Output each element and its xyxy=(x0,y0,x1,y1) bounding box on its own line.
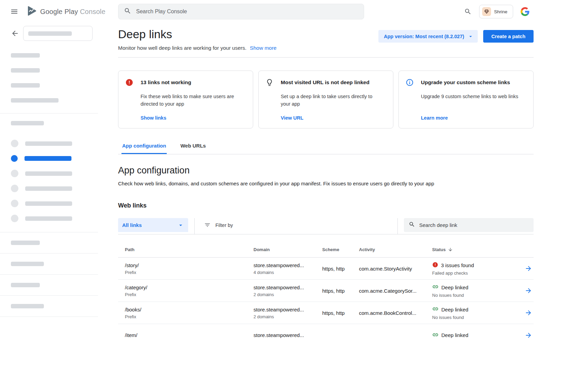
skeleton-bar xyxy=(24,156,71,161)
domain-value: store.steampowered... xyxy=(254,285,322,290)
menu-icon[interactable] xyxy=(10,7,19,16)
table-row[interactable]: /books/ Prefix store.steampowered... 2 d… xyxy=(118,302,534,324)
sidebar-nav-item[interactable] xyxy=(11,211,98,226)
skeleton-bar xyxy=(25,141,72,146)
create-patch-button[interactable]: Create a patch xyxy=(483,30,534,43)
deep-link-search[interactable] xyxy=(404,218,534,232)
column-header-activity[interactable]: Activity xyxy=(359,247,432,252)
status-label: Deep linked xyxy=(441,332,468,338)
global-search[interactable] xyxy=(118,4,364,19)
web-links-table: Path Domain Scheme Activity Status /stor… xyxy=(118,234,534,346)
column-header-scheme[interactable]: Scheme xyxy=(322,247,359,252)
sidebar-skeleton-group xyxy=(0,121,98,125)
skeleton-bar xyxy=(25,186,72,191)
row-detail-arrow-icon[interactable] xyxy=(525,287,532,294)
tab-web-urls[interactable]: Web URLs xyxy=(180,143,207,154)
card-title: Most visited URL is not deep linked xyxy=(281,78,370,86)
error-icon xyxy=(432,262,438,269)
column-header-path[interactable]: Path xyxy=(125,247,254,252)
show-links-link[interactable]: Show links xyxy=(141,115,166,121)
table-row[interactable]: /category/ Prefix store.steampowered... … xyxy=(118,280,534,302)
status-detail: No issues found xyxy=(432,315,519,320)
table-row[interactable]: /item/ store.steampowered... Deep linked xyxy=(118,324,534,346)
scheme-value: https, http xyxy=(322,310,359,316)
topbar-right: Shrine xyxy=(464,5,529,18)
back-arrow-icon[interactable] xyxy=(11,29,19,37)
google-logo[interactable] xyxy=(521,7,529,16)
table-row[interactable]: /story/ Prefix store.steampowered... 4 d… xyxy=(118,258,534,280)
app-version-dropdown[interactable]: App version: Most recent (8.2.027) xyxy=(378,30,478,43)
card-title: 13 links not working xyxy=(141,78,191,86)
path-type: Prefix xyxy=(125,292,254,297)
filter-by-button[interactable]: Filter by xyxy=(195,218,233,232)
web-links-heading: Web links xyxy=(118,202,534,209)
nav-item-icon-placeholder xyxy=(11,200,18,207)
deep-link-search-input[interactable] xyxy=(419,222,529,228)
filter-icon xyxy=(204,222,211,228)
links-filter-select[interactable]: All links xyxy=(118,218,188,232)
section-title: App configuration xyxy=(118,165,534,176)
skeleton-bar xyxy=(11,83,40,88)
nav-item-icon-placeholder xyxy=(11,155,18,162)
activity-value: com.acme.CategorySor... xyxy=(359,288,432,294)
logo-text: Google Play Console xyxy=(40,8,105,16)
link-icon xyxy=(432,332,439,339)
learn-more-link[interactable]: Learn more xyxy=(421,115,448,121)
sidebar-section-skeleton xyxy=(0,253,98,274)
secondary-search-icon[interactable] xyxy=(464,8,472,15)
nav-item-icon-placeholder xyxy=(11,140,18,147)
column-header-status[interactable]: Status xyxy=(432,247,519,252)
sidebar-nav-item[interactable] xyxy=(11,166,98,181)
row-detail-arrow-icon[interactable] xyxy=(525,332,532,339)
activity-value: com.acme.BookControl... xyxy=(359,310,432,316)
sidebar-section-skeleton xyxy=(0,232,98,253)
activity-value: com.acme.StoryActivity xyxy=(359,266,432,272)
status-label: 3 issues found xyxy=(441,262,474,268)
global-search-input[interactable] xyxy=(136,9,358,15)
skeleton-bar xyxy=(25,201,72,206)
row-detail-arrow-icon[interactable] xyxy=(525,309,532,317)
app-version-label: App version: Most recent (8.2.027) xyxy=(384,34,464,39)
sidebar-section-skeleton xyxy=(0,274,98,295)
logo-suffix: Console xyxy=(80,8,105,15)
column-header-domain[interactable]: Domain xyxy=(254,247,322,252)
path-value: /item/ xyxy=(125,332,254,338)
page-subtitle: Monitor how well deep links are working … xyxy=(118,45,246,51)
sidebar-nav-list xyxy=(0,136,98,226)
view-url-link[interactable]: View URL xyxy=(281,115,304,121)
status-label: Deep linked xyxy=(441,307,468,312)
toolbar-divider xyxy=(397,218,398,234)
links-filter-label: All links xyxy=(122,222,142,228)
tab-app-configuration[interactable]: App configuration xyxy=(121,143,167,154)
sidebar-nav-item[interactable] xyxy=(11,136,98,151)
path-value: /category/ xyxy=(125,285,254,290)
link-icon xyxy=(432,283,439,291)
path-type: Prefix xyxy=(125,270,254,275)
app-switcher-chip[interactable]: Shrine xyxy=(479,5,513,18)
shrine-app-icon xyxy=(482,7,491,16)
skeleton-bar xyxy=(25,216,72,221)
domain-value: store.steampowered... xyxy=(254,307,322,312)
domain-count: 4 domains xyxy=(254,270,322,275)
play-console-logo: Google Play Console xyxy=(26,5,105,18)
tab-bar: App configuration Web URLs xyxy=(118,143,534,154)
sidebar-nav-item[interactable] xyxy=(11,181,98,196)
status-detail: Failed app checks xyxy=(432,271,519,276)
show-more-link[interactable]: Show more xyxy=(250,45,276,51)
search-icon xyxy=(124,7,131,16)
domain-count: 2 domains xyxy=(254,314,322,319)
path-value: /books/ xyxy=(125,307,254,312)
status-detail: No issues found xyxy=(432,293,519,298)
topbar-left: Google Play Console xyxy=(0,5,118,18)
domain-value: store.steampowered... xyxy=(254,332,322,338)
page-header: Deep links Monitor how well deep links a… xyxy=(118,27,534,51)
row-detail-arrow-icon[interactable] xyxy=(525,265,532,272)
topbar: Google Play Console Shrine xyxy=(0,0,588,23)
status-label: Deep linked xyxy=(441,285,468,290)
card-body: Upgrade 9 custom scheme links to web lin… xyxy=(421,93,523,100)
app-selector-skeleton[interactable] xyxy=(23,26,93,41)
play-console-logo-icon xyxy=(26,5,37,18)
sidebar-nav-item-selected[interactable] xyxy=(11,151,98,166)
insight-cards: 13 links not working Fix these web links… xyxy=(118,71,534,128)
sidebar-nav-item[interactable] xyxy=(11,196,98,211)
